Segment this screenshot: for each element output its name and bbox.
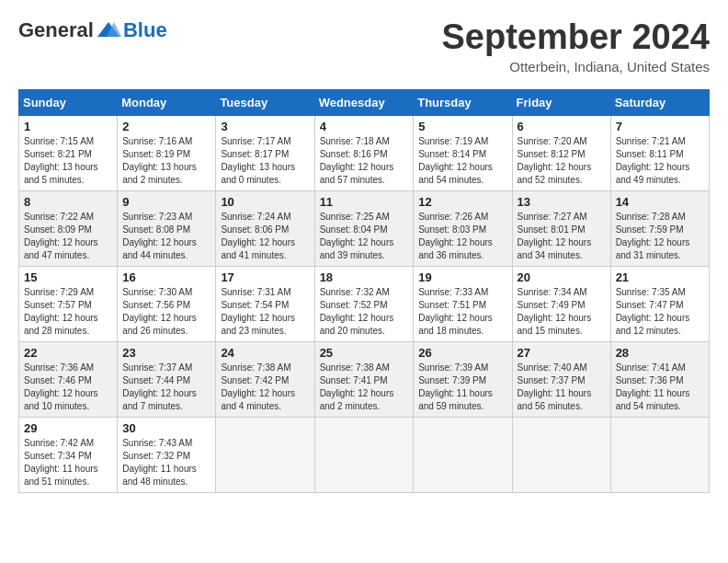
day-info: Sunrise: 7:29 AMSunset: 7:57 PMDaylight:… xyxy=(24,287,98,336)
title-block: September 2024 Otterbein, Indiana, Unite… xyxy=(442,18,711,75)
day-info: Sunrise: 7:26 AMSunset: 8:03 PMDaylight:… xyxy=(418,212,493,260)
day-info: Sunrise: 7:34 AMSunset: 7:49 PMDaylight:… xyxy=(518,287,592,336)
calendar-day-header: Tuesday xyxy=(216,89,314,115)
day-number: 7 xyxy=(616,120,704,133)
calendar-day-cell: 12 Sunrise: 7:26 AMSunset: 8:03 PMDaylig… xyxy=(414,190,512,266)
calendar-day-cell: 16 Sunrise: 7:30 AMSunset: 7:56 PMDaylig… xyxy=(118,266,216,341)
logo: General Blue xyxy=(18,18,167,42)
calendar-day-header: Wednesday xyxy=(314,89,414,115)
day-number: 24 xyxy=(221,346,309,360)
calendar-day-cell: 29 Sunrise: 7:42 AMSunset: 7:34 PMDaylig… xyxy=(19,417,118,492)
calendar-day-cell: 26 Sunrise: 7:39 AMSunset: 7:39 PMDaylig… xyxy=(414,341,512,417)
month-title: September 2024 xyxy=(442,18,711,57)
calendar-day-cell: 4 Sunrise: 7:18 AMSunset: 8:16 PMDayligh… xyxy=(314,115,414,190)
day-info: Sunrise: 7:41 AMSunset: 7:36 PMDaylight:… xyxy=(616,362,690,411)
day-number: 6 xyxy=(518,120,606,133)
calendar-day-cell: 11 Sunrise: 7:25 AMSunset: 8:04 PMDaylig… xyxy=(314,190,414,266)
day-number: 22 xyxy=(24,346,112,360)
logo-blue: Blue xyxy=(123,18,167,42)
day-number: 18 xyxy=(320,270,409,284)
calendar-day-cell: 1 Sunrise: 7:15 AMSunset: 8:21 PMDayligh… xyxy=(19,115,118,190)
calendar-day-cell: 20 Sunrise: 7:34 AMSunset: 7:49 PMDaylig… xyxy=(512,266,610,341)
day-info: Sunrise: 7:35 AMSunset: 7:47 PMDaylight:… xyxy=(616,287,690,336)
day-number: 26 xyxy=(418,346,506,360)
calendar-day-header: Friday xyxy=(512,89,610,115)
day-number: 9 xyxy=(122,195,210,209)
day-number: 3 xyxy=(221,120,309,133)
calendar-day-cell: 23 Sunrise: 7:37 AMSunset: 7:44 PMDaylig… xyxy=(118,341,216,417)
day-number: 29 xyxy=(24,421,112,435)
calendar-day-cell: 6 Sunrise: 7:20 AMSunset: 8:12 PMDayligh… xyxy=(512,115,610,190)
day-info: Sunrise: 7:31 AMSunset: 7:54 PMDaylight:… xyxy=(221,287,295,336)
calendar-day-cell: 19 Sunrise: 7:33 AMSunset: 7:51 PMDaylig… xyxy=(414,266,512,341)
calendar-day-cell: 8 Sunrise: 7:22 AMSunset: 8:09 PMDayligh… xyxy=(19,190,118,266)
day-info: Sunrise: 7:24 AMSunset: 8:06 PMDaylight:… xyxy=(221,212,295,260)
day-number: 28 xyxy=(616,346,704,360)
calendar-table: SundayMondayTuesdayWednesdayThursdayFrid… xyxy=(18,89,710,493)
calendar-day-cell: 14 Sunrise: 7:28 AMSunset: 7:59 PMDaylig… xyxy=(610,190,709,266)
day-info: Sunrise: 7:37 AMSunset: 7:44 PMDaylight:… xyxy=(122,362,197,411)
day-number: 10 xyxy=(221,195,309,209)
calendar-day-cell: 30 Sunrise: 7:43 AMSunset: 7:32 PMDaylig… xyxy=(118,417,216,492)
calendar-header-row: SundayMondayTuesdayWednesdayThursdayFrid… xyxy=(19,89,710,115)
day-number: 17 xyxy=(221,270,309,284)
calendar-day-header: Thursday xyxy=(414,89,512,115)
day-info: Sunrise: 7:32 AMSunset: 7:52 PMDaylight:… xyxy=(320,287,394,336)
calendar-day-cell: 3 Sunrise: 7:17 AMSunset: 8:17 PMDayligh… xyxy=(216,115,314,190)
day-number: 30 xyxy=(122,421,210,435)
page-header: General Blue September 2024 Otterbein, I… xyxy=(18,18,710,75)
calendar-day-cell: 9 Sunrise: 7:23 AMSunset: 8:08 PMDayligh… xyxy=(118,190,216,266)
day-info: Sunrise: 7:17 AMSunset: 8:17 PMDaylight:… xyxy=(221,136,295,185)
day-number: 14 xyxy=(616,195,704,209)
calendar-day-cell: 2 Sunrise: 7:16 AMSunset: 8:19 PMDayligh… xyxy=(118,115,216,190)
day-info: Sunrise: 7:23 AMSunset: 8:08 PMDaylight:… xyxy=(122,212,197,260)
day-info: Sunrise: 7:42 AMSunset: 7:34 PMDaylight:… xyxy=(24,438,98,487)
logo-icon xyxy=(96,20,121,40)
calendar-day-cell: 10 Sunrise: 7:24 AMSunset: 8:06 PMDaylig… xyxy=(216,190,314,266)
calendar-week-row: 22 Sunrise: 7:36 AMSunset: 7:46 PMDaylig… xyxy=(19,341,710,417)
calendar-day-cell: 17 Sunrise: 7:31 AMSunset: 7:54 PMDaylig… xyxy=(216,266,314,341)
calendar-week-row: 8 Sunrise: 7:22 AMSunset: 8:09 PMDayligh… xyxy=(19,190,710,266)
day-info: Sunrise: 7:40 AMSunset: 7:37 PMDaylight:… xyxy=(518,362,592,411)
calendar-day-cell: 7 Sunrise: 7:21 AMSunset: 8:11 PMDayligh… xyxy=(610,115,709,190)
day-info: Sunrise: 7:25 AMSunset: 8:04 PMDaylight:… xyxy=(320,212,394,260)
day-info: Sunrise: 7:38 AMSunset: 7:42 PMDaylight:… xyxy=(221,362,295,411)
calendar-day-header: Sunday xyxy=(19,89,118,115)
day-number: 27 xyxy=(518,346,606,360)
day-info: Sunrise: 7:38 AMSunset: 7:41 PMDaylight:… xyxy=(320,362,394,411)
calendar-day-cell: 28 Sunrise: 7:41 AMSunset: 7:36 PMDaylig… xyxy=(610,341,709,417)
day-number: 19 xyxy=(418,270,506,284)
calendar-day-header: Monday xyxy=(118,89,216,115)
calendar-day-cell: 27 Sunrise: 7:40 AMSunset: 7:37 PMDaylig… xyxy=(512,341,610,417)
day-number: 2 xyxy=(122,120,210,133)
day-number: 21 xyxy=(616,270,704,284)
day-info: Sunrise: 7:20 AMSunset: 8:12 PMDaylight:… xyxy=(518,136,592,185)
calendar-day-cell xyxy=(216,417,314,492)
calendar-day-cell xyxy=(414,417,512,492)
day-number: 16 xyxy=(122,270,210,284)
calendar-day-cell: 25 Sunrise: 7:38 AMSunset: 7:41 PMDaylig… xyxy=(314,341,414,417)
day-number: 23 xyxy=(122,346,210,360)
day-number: 25 xyxy=(320,346,409,360)
day-info: Sunrise: 7:33 AMSunset: 7:51 PMDaylight:… xyxy=(418,287,493,336)
day-number: 15 xyxy=(24,270,112,284)
day-info: Sunrise: 7:27 AMSunset: 8:01 PMDaylight:… xyxy=(518,212,592,260)
calendar-day-cell: 21 Sunrise: 7:35 AMSunset: 7:47 PMDaylig… xyxy=(610,266,709,341)
calendar-day-cell: 5 Sunrise: 7:19 AMSunset: 8:14 PMDayligh… xyxy=(414,115,512,190)
day-number: 11 xyxy=(320,195,409,209)
calendar-week-row: 29 Sunrise: 7:42 AMSunset: 7:34 PMDaylig… xyxy=(19,417,710,492)
day-number: 1 xyxy=(24,120,112,133)
calendar-week-row: 1 Sunrise: 7:15 AMSunset: 8:21 PMDayligh… xyxy=(19,115,710,190)
day-number: 5 xyxy=(418,120,506,133)
calendar-day-cell: 13 Sunrise: 7:27 AMSunset: 8:01 PMDaylig… xyxy=(512,190,610,266)
day-info: Sunrise: 7:15 AMSunset: 8:21 PMDaylight:… xyxy=(24,136,98,185)
location: Otterbein, Indiana, United States xyxy=(442,59,711,75)
calendar-day-cell: 24 Sunrise: 7:38 AMSunset: 7:42 PMDaylig… xyxy=(216,341,314,417)
calendar-day-cell xyxy=(314,417,414,492)
logo-general: General xyxy=(18,18,94,42)
day-info: Sunrise: 7:18 AMSunset: 8:16 PMDaylight:… xyxy=(320,136,394,185)
day-info: Sunrise: 7:21 AMSunset: 8:11 PMDaylight:… xyxy=(616,136,690,185)
day-number: 8 xyxy=(24,195,112,209)
day-number: 12 xyxy=(418,195,506,209)
day-info: Sunrise: 7:19 AMSunset: 8:14 PMDaylight:… xyxy=(418,136,493,185)
